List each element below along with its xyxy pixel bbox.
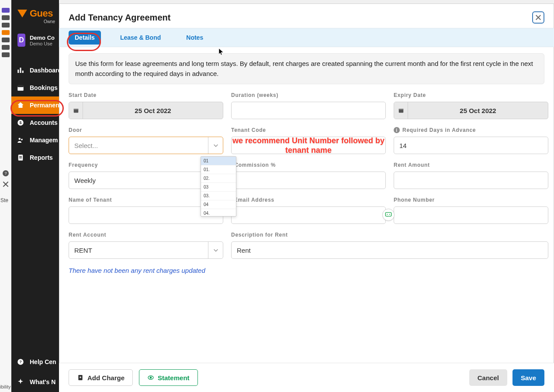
modal-title: Add Tenancy Agreement (69, 13, 170, 23)
field-rent-amount: Rent Amount (394, 162, 548, 189)
svg-rect-2 (17, 70, 19, 73)
field-label: Phone Number (394, 197, 548, 203)
cancel-button[interactable]: Cancel (469, 369, 507, 386)
tab-lease-bond[interactable]: Lease & Bond (114, 31, 167, 45)
door-select[interactable]: Select... (69, 137, 223, 154)
rent-amount-input[interactable] (394, 172, 548, 189)
stub-icon (2, 8, 10, 13)
email-input[interactable] (231, 206, 386, 224)
save-button[interactable]: Save (512, 369, 544, 386)
tenant-name-input[interactable] (69, 206, 223, 224)
svg-point-28 (387, 214, 388, 215)
field-phone: Phone Number (394, 197, 548, 224)
stub-icon (2, 45, 10, 50)
sidebar: Gues Owne D Demo Co Demo Use Dashboard B… (11, 0, 59, 392)
dropdown-option[interactable]: 01. (201, 165, 236, 174)
tab-notes[interactable]: Notes (180, 31, 209, 45)
stub-help-icon: ? (3, 170, 9, 176)
field-label: i Required Days in Advance (394, 127, 548, 133)
sidebar-item-help[interactable]: ? Help Cen (11, 352, 59, 372)
svg-text:?: ? (19, 360, 22, 364)
brand-name: Gues (30, 8, 53, 19)
sidebar-item-management[interactable]: Managem (11, 131, 59, 149)
stub-icon (2, 15, 10, 20)
field-tenant-code: Tenant Code (231, 127, 386, 154)
dropdown-option[interactable]: 03 (201, 183, 236, 192)
field-label: Duration (weeks) (231, 92, 386, 98)
field-start-date: Start Date (69, 92, 223, 119)
field-label: Door (69, 127, 223, 133)
tab-details[interactable]: Details (69, 31, 101, 45)
rent-desc-input[interactable] (231, 241, 548, 259)
brand: Gues (11, 0, 59, 20)
dropdown-option[interactable]: 03. (201, 192, 236, 200)
statement-button[interactable]: Statement (139, 369, 198, 386)
field-rent-desc: Description for Rent (231, 232, 548, 259)
add-charge-button[interactable]: Add Charge (69, 369, 133, 386)
chevron-down-icon (208, 137, 223, 154)
stub-icon (2, 38, 10, 42)
sidebar-item-permanent[interactable]: Permanen (11, 96, 59, 114)
dropdown-option[interactable]: 04. (201, 209, 236, 216)
select-value: RENT (69, 242, 208, 258)
field-expiry-date: Expiry Date (394, 92, 548, 119)
field-label: Rent Account (69, 232, 223, 238)
stub-icon (2, 30, 10, 35)
svg-rect-24 (80, 376, 80, 378)
door-dropdown[interactable]: 0101.02.0303.0404. (201, 156, 236, 217)
user-block[interactable]: D Demo Co Demo Use (11, 30, 59, 48)
tenancy-modal: Add Tenancy Agreement Details Lease & Bo… (59, 3, 554, 392)
field-commission: CCommission % (231, 162, 386, 189)
close-button[interactable] (532, 11, 544, 24)
required-days-input[interactable] (394, 137, 548, 154)
frequency-input[interactable] (69, 172, 223, 189)
field-label: Expiry Date (394, 92, 548, 98)
svg-rect-19 (73, 109, 78, 110)
field-label: CCommission % (231, 162, 386, 168)
start-date-input[interactable] (69, 102, 223, 119)
calendar-icon (17, 84, 24, 92)
svg-rect-3 (20, 68, 21, 73)
sidebar-item-dashboard[interactable]: Dashboard (11, 62, 59, 79)
sidebar-item-bookings[interactable]: Bookings (11, 79, 59, 96)
avatar: D (17, 34, 25, 47)
user-name: Demo Use (30, 41, 55, 46)
bar-chart-icon (17, 66, 24, 74)
field-label: Frequency (69, 162, 223, 168)
field-label: Description for Rent (231, 232, 548, 238)
field-tenant-name: Name of Tenant (69, 197, 223, 224)
duration-input[interactable] (231, 102, 386, 119)
sidebar-item-accounts[interactable]: $ Accounts (11, 114, 59, 131)
sidebar-item-reports[interactable]: Reports (11, 149, 59, 166)
phone-input[interactable] (394, 206, 548, 224)
sidebar-item-whatsnew[interactable]: What's N (11, 372, 59, 392)
help-circle-icon: ? (17, 358, 24, 366)
dropdown-option[interactable]: 02. (201, 174, 236, 183)
svg-point-10 (21, 139, 23, 141)
svg-rect-4 (22, 71, 24, 73)
rent-account-select[interactable]: RENT (69, 241, 223, 259)
calendar-icon (394, 102, 408, 119)
modal-tabs: Details Lease & Bond Notes (59, 28, 554, 47)
field-email: EEmail Address (231, 197, 386, 224)
chat-widget-icon[interactable] (382, 209, 395, 221)
field-rent-account: Rent Account RENT (69, 232, 223, 259)
expiry-date-input[interactable] (394, 102, 548, 119)
left-stub-panel: ? (0, 0, 11, 392)
field-door: Door Select... (69, 127, 223, 154)
tenant-code-input[interactable] (231, 137, 386, 154)
svg-point-9 (19, 138, 21, 140)
modal-footer: Add Charge Statement Cancel Save (59, 363, 554, 392)
svg-text:$: $ (19, 120, 21, 125)
svg-rect-13 (19, 158, 22, 158)
sidebar-bottom: ? Help Cen What's N (11, 352, 59, 392)
sidebar-item-label: Accounts (30, 119, 58, 126)
dropdown-option[interactable]: 01 (201, 157, 236, 165)
dropdown-option[interactable]: 04 (201, 200, 236, 209)
svg-rect-27 (385, 213, 391, 217)
sidebar-nav: Dashboard Bookings Permanen $ Accounts M… (11, 62, 59, 166)
stub-icon (2, 52, 10, 57)
commission-input[interactable] (231, 172, 386, 189)
form-area: Use this form for lease agreements and l… (59, 47, 554, 363)
calendar-icon (69, 102, 83, 119)
